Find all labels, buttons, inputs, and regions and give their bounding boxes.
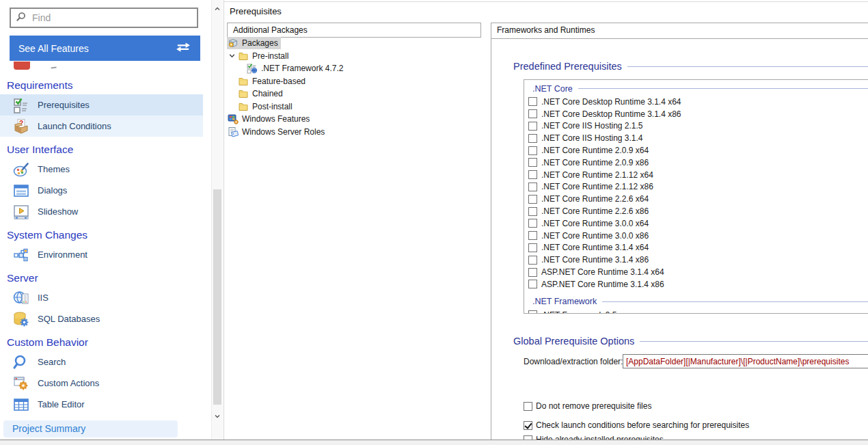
checkbox[interactable]: [528, 158, 537, 167]
scroll-up-icon[interactable]: [214, 3, 221, 10]
prereq-item-net-core-runtime-3-1-4-x86[interactable]: .NET Core Runtime 3.1.4 x86: [524, 254, 868, 266]
clipped-item-fragment: [14, 62, 30, 70]
prereq-item-net-core-iis-hosting-3-1-4[interactable]: .NET Core IIS Hosting 3.1.4: [524, 132, 868, 144]
checkbox[interactable]: [528, 310, 537, 314]
checkbox[interactable]: [528, 170, 537, 179]
prereq-item-net-core-runtime-2-2-6-x64[interactable]: .NET Core Runtime 2.2.6 x64: [524, 193, 868, 205]
prereq-item-label: .NET Core Desktop Runtime 3.1.4 x64: [541, 97, 681, 107]
prereq-item-label: .NET Core Runtime 2.0.9 x86: [541, 158, 649, 167]
scrollbar-thumb[interactable]: [213, 189, 221, 405]
prereq-item-net-core-runtime-3-0-0-x64[interactable]: .NET Core Runtime 3.0.0 x64: [524, 217, 868, 230]
content-top-border: [224, 1, 868, 2]
sidebar-item-table-editor[interactable]: Table Editor: [0, 394, 203, 415]
checkbox[interactable]: [528, 243, 537, 252]
sidebar-item-label: Slideshow: [38, 206, 78, 217]
prereq-item-net-core-runtime-2-0-9-x86[interactable]: .NET Core Runtime 2.0.9 x86: [524, 157, 868, 169]
tree-item-label: Packages: [242, 38, 278, 48]
group-title-net-framework: .NET Framework: [532, 297, 868, 307]
checkbox[interactable]: [528, 146, 537, 155]
project-summary-button[interactable]: Project Summary: [3, 420, 178, 437]
checkbox[interactable]: [528, 195, 537, 204]
tree-item-net-framework-4-7-2[interactable]: .NET Framework 4.7.2: [226, 62, 481, 75]
sidebar-item-prerequisites[interactable]: Prerequisites: [0, 94, 203, 116]
prereq-item-net-core-runtime-3-0-0-x86[interactable]: .NET Core Runtime 3.0.0 x86: [524, 230, 868, 242]
checkbox[interactable]: [524, 421, 532, 430]
tree-item-chained[interactable]: Chained: [226, 87, 481, 100]
checkbox[interactable]: [528, 280, 537, 288]
packages-tree: PackagesPre-install.NET Framework 4.7.2F…: [226, 37, 481, 138]
tree-item-label: Post-install: [252, 102, 293, 111]
download-folder-input[interactable]: [623, 354, 868, 368]
sidebar-item-dialogs[interactable]: Dialogs: [0, 180, 203, 201]
prereq-item-asp-net-core-runtime-3-1-4-x86[interactable]: ASP.NET Core Runtime 3.1.4 x86: [524, 278, 868, 291]
scroll-down-icon[interactable]: [214, 410, 221, 417]
tree-item-windows-features[interactable]: Windows Features: [226, 113, 481, 126]
search-input[interactable]: [31, 12, 192, 24]
sidebar-item-label: Themes: [38, 164, 70, 174]
tree-item-label: Feature-based: [252, 77, 306, 86]
tree-item-pre-install[interactable]: Pre-install: [226, 50, 481, 63]
tree-item-packages[interactable]: Packages: [226, 37, 481, 50]
prereq-item-label: .NET Core Runtime 2.1.12 x86: [541, 182, 653, 191]
tree-item-post-install[interactable]: Post-install: [226, 100, 481, 113]
chevron-down-icon[interactable]: [227, 52, 237, 59]
checkbox[interactable]: [528, 219, 537, 228]
section-title-system-changes: System Changes: [0, 222, 203, 244]
tree-item-label: Windows Features: [242, 114, 310, 124]
sidebar-item-slideshow[interactable]: Slideshow: [0, 201, 203, 222]
checkbox[interactable]: [528, 122, 537, 131]
sidebar-item-themes[interactable]: Themes: [0, 159, 203, 180]
checkbox[interactable]: [528, 97, 537, 106]
sidebar-item-search[interactable]: Search: [0, 351, 203, 373]
table-editor-icon: [12, 396, 30, 414]
sidebar-item-label: Search: [38, 357, 66, 367]
checkbox[interactable]: [524, 402, 532, 411]
sidebar-scrollbar[interactable]: [211, 0, 223, 440]
prereq-item-label: .NET Core Runtime 3.0.0 x86: [541, 231, 649, 241]
tree-item-label: Windows Server Roles: [242, 127, 325, 137]
checkbox[interactable]: [528, 231, 537, 240]
checkbox[interactable]: [528, 256, 537, 265]
see-all-features-button[interactable]: See All Features: [10, 36, 200, 61]
option-label: Do not remove prerequisite files: [536, 401, 651, 411]
status-bar: [0, 440, 868, 445]
checkbox[interactable]: [528, 207, 537, 216]
windows-server-roles-icon: [228, 126, 239, 137]
prereq-item-net-core-runtime-2-0-9-x64[interactable]: .NET Core Runtime 2.0.9 x64: [524, 144, 868, 157]
checkbox[interactable]: [528, 109, 537, 118]
predefined-prerequisites-list[interactable]: .NET Core.NET Core Desktop Runtime 3.1.4…: [524, 79, 868, 314]
frameworks-panel: Frameworks and Runtimes Predefined Prere…: [491, 23, 868, 440]
checkbox[interactable]: [528, 134, 537, 143]
sidebar-item-custom-actions[interactable]: Custom Actions: [0, 373, 203, 394]
prereq-item-net-framework-3-5[interactable]: .NET Framework 3.5: [524, 309, 868, 314]
prereq-item-net-core-runtime-3-1-4-x64[interactable]: .NET Core Runtime 3.1.4 x64: [524, 242, 868, 254]
sidebar-item-launch-conditions[interactable]: ?Launch Conditions: [0, 116, 203, 137]
prereq-item-net-core-runtime-2-2-6-x86[interactable]: .NET Core Runtime 2.2.6 x86: [524, 205, 868, 217]
prereq-item-net-core-desktop-runtime-3-1-4-x86[interactable]: .NET Core Desktop Runtime 3.1.4 x86: [524, 108, 868, 120]
prereq-item-asp-net-core-runtime-3-1-4-x64[interactable]: ASP.NET Core Runtime 3.1.4 x64: [524, 266, 868, 278]
option-check-launch-conditions-before-searching-for-prerequisites[interactable]: Check launch conditions before searching…: [524, 420, 749, 430]
clipped-item-mark: [50, 61, 56, 68]
environment-icon: [12, 246, 30, 264]
checkbox[interactable]: [528, 183, 537, 191]
page-title: Prerequisites: [230, 6, 282, 16]
prereq-item-net-core-runtime-2-1-12-x64[interactable]: .NET Core Runtime 2.1.12 x64: [524, 169, 868, 181]
sidebar-item-environment[interactable]: Environment: [0, 244, 203, 265]
sidebar-item-label: Prerequisites: [38, 100, 90, 110]
slideshow-icon: [12, 203, 30, 221]
option-do-not-remove-prerequisite-files[interactable]: Do not remove prerequisite files: [524, 401, 651, 411]
find-search-box[interactable]: [10, 8, 198, 28]
prereq-item-net-core-iis-hosting-2-1-5[interactable]: .NET Core IIS Hosting 2.1.5: [524, 120, 868, 133]
prereq-item-label: .NET Core Runtime 3.1.4 x86: [541, 255, 649, 265]
tree-item-windows-server-roles[interactable]: Windows Server Roles: [226, 126, 481, 139]
prerequisites-icon: [12, 96, 30, 114]
tree-item-feature-based[interactable]: Feature-based: [226, 75, 481, 88]
checkbox[interactable]: [528, 268, 537, 277]
themes-icon: [12, 161, 30, 178]
section-title-requirements: Requirements: [0, 72, 203, 94]
download-folder-label: Download/extraction folder:: [524, 357, 623, 366]
prereq-item-net-core-runtime-2-1-12-x86[interactable]: .NET Core Runtime 2.1.12 x86: [524, 181, 868, 193]
sidebar-item-sql-databases[interactable]: SQL Databases: [0, 308, 203, 329]
sidebar-item-iis[interactable]: IIS: [0, 287, 203, 308]
prereq-item-net-core-desktop-runtime-3-1-4-x64[interactable]: .NET Core Desktop Runtime 3.1.4 x64: [524, 96, 868, 108]
